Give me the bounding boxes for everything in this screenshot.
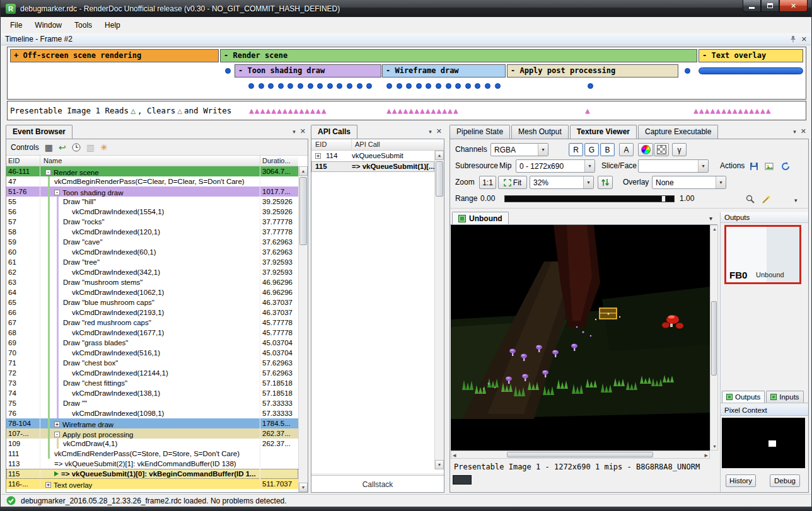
event-row[interactable]: 72vkCmdDrawIndexed(12144,1)57.62963 (6, 368, 298, 378)
texture-render-view[interactable] (451, 225, 710, 451)
save-icon[interactable] (749, 161, 759, 171)
event-row[interactable]: 56vkCmdDrawIndexed(1554,1)39.25926 (6, 207, 298, 217)
scroll-thumb[interactable] (711, 301, 717, 376)
callstack-splitter[interactable] (311, 473, 444, 476)
column-name[interactable]: Name (40, 156, 260, 166)
draw-event-dot[interactable] (337, 83, 342, 89)
timeline-marker-section[interactable]: - Toon shading draw (235, 64, 381, 78)
stats-icon[interactable]: ▥ (86, 143, 95, 152)
event-row[interactable]: 74vkCmdDrawIndexed(138,1)57.18518 (6, 388, 298, 398)
close-icon[interactable]: ✕ (801, 127, 806, 135)
zoom-1to1-button[interactable]: 1:1 (479, 176, 496, 189)
channel-red-toggle[interactable]: R (569, 143, 583, 156)
close-icon[interactable]: ✕ (801, 36, 807, 43)
event-row[interactable]: 73Draw "chest fittings"57.18518 (6, 378, 298, 388)
event-row[interactable]: 61Draw "tree"37.92593 (6, 257, 298, 267)
event-row[interactable]: 111vkCmdEndRenderPass(C=Store, D=Store, … (6, 449, 298, 459)
fit-button[interactable]: Fit (498, 176, 527, 189)
hdr-mult-button[interactable] (638, 143, 653, 156)
event-row[interactable]: 47vkCmdBeginRenderPass(C=Clear, D=Clear,… (6, 176, 298, 187)
draw-event-dot[interactable] (465, 83, 471, 89)
scroll-left-icon[interactable]: ◀ (453, 453, 456, 457)
event-browser-scrollbar[interactable]: ▲ ▼ (298, 166, 308, 492)
draw-event-dot[interactable] (248, 83, 254, 89)
pixel-context-view[interactable] (722, 418, 805, 468)
column-eid[interactable]: EID (311, 139, 352, 150)
draw-event-dot[interactable] (455, 83, 461, 89)
event-row[interactable]: 113=> vkQueueSubmit(2)[1]: vkEndCommandB… (6, 459, 298, 469)
draw-event-dot[interactable] (416, 83, 422, 89)
scroll-up-icon[interactable]: ▲ (435, 151, 444, 160)
slice-face-select[interactable]: ▾ (638, 159, 709, 173)
tab-event-browser[interactable]: Event Browser (6, 125, 72, 139)
draw-event-dot[interactable] (386, 83, 392, 89)
range-slider-handle[interactable] (661, 195, 666, 202)
auto-fit-wand-icon[interactable] (762, 194, 772, 204)
event-row[interactable]: 60vkCmdDrawIndexed(60,1)37.62963 (6, 247, 298, 257)
time-draws-icon[interactable] (72, 143, 81, 152)
draw-event-dot[interactable] (366, 83, 372, 89)
overlay-select[interactable]: None▾ (652, 176, 726, 189)
event-row[interactable]: 57Draw "rocks"37.77778 (6, 217, 298, 227)
texture-hscrollbar[interactable]: ◀ ▶ (451, 451, 710, 459)
api-calls-column-header[interactable]: EID API Call (311, 139, 444, 151)
draw-event-dot[interactable] (397, 83, 402, 89)
event-row[interactable]: 59Draw "cave"37.62963 (6, 237, 298, 247)
draw-event-dot[interactable] (475, 83, 480, 89)
draw-event-dot[interactable] (298, 83, 303, 89)
close-icon[interactable]: ✕ (300, 127, 306, 135)
draw-event-dot[interactable] (308, 83, 313, 89)
scroll-thumb[interactable] (436, 161, 443, 197)
draw-event-dot[interactable] (317, 83, 323, 89)
timeline-marker-section[interactable]: - Text overlay (699, 49, 803, 62)
menu-item[interactable]: Tools (68, 18, 98, 32)
texture-vscrollbar[interactable]: ▲ ▼ (710, 225, 718, 451)
draw-event-dot[interactable] (327, 83, 333, 89)
open-image-icon[interactable] (764, 161, 774, 171)
draw-event-dot[interactable] (485, 83, 490, 89)
usage-triangle-group[interactable]: ▲ (585, 101, 591, 120)
draw-event-dot[interactable] (347, 83, 352, 89)
scroll-down-icon[interactable]: ▼ (435, 460, 444, 469)
draw-event-dot[interactable] (287, 83, 293, 89)
event-row[interactable]: 58vkCmdDrawIndexed(120,1)37.77778 (6, 227, 298, 237)
api-call-row[interactable]: +114vkQueueSubmit (311, 151, 434, 161)
usage-triangle-group[interactable]: ▲▲▲▲▲▲▲▲▲▲▲▲▲▲ (693, 101, 772, 120)
checker-background-button[interactable] (654, 143, 669, 156)
minimize-button[interactable] (743, 0, 761, 12)
column-eid[interactable]: EID (6, 156, 40, 166)
event-row[interactable]: 55Draw "hill"39.25926 (6, 197, 298, 207)
event-row[interactable]: 65Draw "blue mushroom caps"46.37037 (6, 297, 298, 307)
debug-button[interactable]: Debug (770, 474, 800, 487)
draw-event-dot[interactable] (406, 83, 412, 89)
close-button[interactable]: ✕ (779, 0, 808, 12)
mip-select[interactable]: 0 - 1272x690▾ (516, 159, 595, 173)
expand-icon[interactable]: + (315, 153, 321, 159)
scroll-thumb[interactable] (299, 177, 307, 245)
event-row[interactable]: 66vkCmdDrawIndexed(2193,1)46.37037 (6, 307, 298, 318)
api-call-row[interactable]: 115=> vkQueueSubmit(1)[... (311, 161, 434, 172)
event-row[interactable]: 71Draw "chest box"57.62963 (6, 358, 298, 368)
flip-y-button[interactable] (598, 176, 613, 189)
event-row[interactable]: 63Draw "mushroom stems"46.96296 (6, 277, 298, 287)
timeline-marker-section[interactable]: - Wireframe draw (382, 64, 506, 78)
draw-event-dot[interactable] (258, 83, 264, 89)
collapse-icon[interactable]: - (54, 190, 60, 195)
event-row[interactable]: 51-76-Toon shading draw1017.7... (6, 187, 298, 197)
channel-green-toggle[interactable]: G (584, 143, 599, 156)
texture-tab-unbound[interactable]: Unbound (452, 212, 509, 224)
output-thumbnail-fb0[interactable]: FB0 Unbound (724, 225, 801, 284)
magnifier-icon[interactable] (745, 194, 755, 204)
draw-events-pill[interactable] (699, 67, 803, 74)
chevron-down-icon[interactable]: ▾ (793, 129, 796, 135)
pin-icon[interactable] (790, 35, 796, 43)
scroll-up-icon[interactable]: ▲ (299, 166, 308, 176)
event-row[interactable]: 115=> vkQueueSubmit(1)[0]: vkBeginComman… (6, 469, 298, 479)
tab-pipeline-state[interactable]: Pipeline State (450, 125, 510, 139)
channel-alpha-toggle[interactable]: A (619, 143, 634, 156)
event-row[interactable]: 75Draw ""57.33333 (6, 398, 298, 408)
draw-event-dot[interactable] (685, 68, 690, 74)
draw-event-dot[interactable] (268, 83, 274, 89)
timeline-marker-section[interactable]: + Off-screen scene rendering (10, 49, 219, 62)
history-button[interactable]: History (726, 474, 756, 487)
